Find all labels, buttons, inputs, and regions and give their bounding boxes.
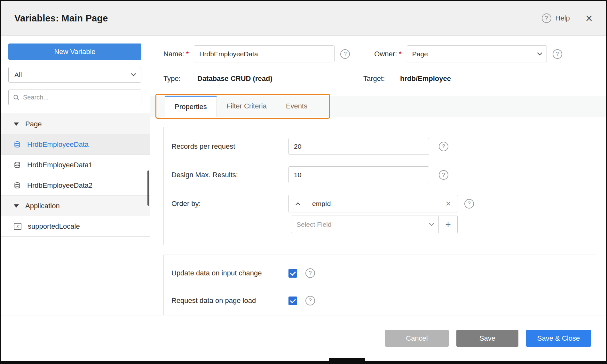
properties-content: Records per request Design Max. Results:…	[150, 117, 606, 315]
background-app-edge	[329, 358, 365, 364]
tree-item-hrdbemployeedata[interactable]: HrdbEmployeeData	[1, 134, 150, 155]
new-variable-button[interactable]: New Variable	[8, 44, 141, 60]
type-label: Type:	[163, 75, 197, 83]
tree-section-page[interactable]: Page	[1, 114, 150, 134]
chevron-down-icon	[131, 71, 136, 76]
update-on-input-change-label: Update data on input change	[171, 269, 288, 277]
records-per-request-input[interactable]	[288, 138, 429, 155]
records-per-request-row: Records per request	[171, 138, 596, 155]
chevron-down-icon	[537, 51, 542, 56]
save-and-close-button[interactable]: Save & Close	[526, 330, 591, 347]
sort-direction-button[interactable]	[288, 195, 307, 212]
database-icon	[14, 162, 21, 169]
tree-item-label: HrdbEmployeeData2	[27, 181, 92, 190]
tree-section-application[interactable]: Application	[1, 196, 150, 216]
required-marker: *	[399, 50, 402, 58]
name-label: Name:*	[163, 50, 189, 58]
add-order-field-button[interactable]	[438, 216, 458, 233]
request-on-page-load-help-icon[interactable]	[305, 296, 315, 305]
tab-filter-criteria[interactable]: Filter Criteria	[217, 96, 276, 117]
tree-section-label: Page	[25, 120, 42, 128]
database-icon	[14, 182, 21, 189]
tree-section-label: Application	[25, 202, 60, 210]
add-order-field-row: Select Field	[291, 216, 458, 233]
update-on-input-change-checkbox[interactable]	[288, 269, 297, 278]
cancel-button[interactable]: Cancel	[385, 330, 449, 347]
records-help-icon[interactable]	[439, 142, 448, 151]
target-value: hrdb/Employee	[400, 75, 451, 83]
tree-item-hrdbemployeedata1[interactable]: HrdbEmployeeData1	[1, 155, 150, 175]
tab-events[interactable]: Events	[276, 96, 317, 117]
request-on-page-load-checkbox[interactable]	[288, 297, 297, 305]
owner-label: Owner:*	[374, 50, 401, 58]
dialog-footer: Cancel Save Save & Close	[1, 315, 606, 361]
help-icon[interactable]	[542, 13, 551, 23]
tab-properties[interactable]: Properties	[165, 96, 217, 117]
type-value: Database CRUD (read)	[197, 75, 272, 83]
search-box	[8, 90, 141, 105]
name-input[interactable]	[194, 45, 335, 62]
type-target-row: Type: Database CRUD (read) Target: hrdb/…	[163, 75, 592, 83]
order-by-field-input[interactable]	[307, 195, 439, 212]
tab-strip: Properties Filter Criteria Events	[150, 96, 606, 117]
close-icon[interactable]	[586, 12, 593, 24]
tree-item-label: HrdbEmployeeData	[27, 140, 89, 149]
owner-help-icon[interactable]	[553, 49, 562, 59]
main-panel: Name:* Owner:* Page	[150, 36, 606, 315]
search-input[interactable]	[23, 94, 137, 101]
chevron-down-icon	[429, 221, 434, 226]
variable-tree: Page HrdbEmployeeData	[1, 114, 150, 315]
tree-item-hrdbemployeedata2[interactable]: HrdbEmployeeData2	[1, 175, 150, 196]
screen: Variables: Main Page Help New Variable A…	[0, 0, 607, 364]
name-owner-row: Name:* Owner:* Page	[163, 45, 592, 62]
target-group: Target: hrdb/Employee	[363, 75, 592, 83]
target-label: Target:	[363, 75, 400, 83]
select-field-dropdown[interactable]: Select Field	[291, 216, 439, 233]
remove-order-field-button[interactable]	[439, 195, 458, 212]
sidebar-scrollbar[interactable]	[147, 170, 149, 206]
tree-item-supportedlocale[interactable]: x supportedLocale	[1, 216, 150, 237]
request-on-page-load-row: Request data on page load	[171, 296, 596, 305]
request-on-page-load-label: Request data on page load	[171, 297, 288, 305]
variable-meta-form: Name:* Owner:* Page	[150, 36, 606, 83]
design-max-results-label: Design Max. Results:	[171, 171, 288, 179]
update-on-input-change-row: Update data on input change	[171, 268, 596, 278]
name-help-icon[interactable]	[340, 49, 350, 59]
update-on-input-change-help-icon[interactable]	[305, 268, 315, 278]
tree-item-label: HrdbEmployeeData1	[27, 161, 92, 169]
variable-x-icon: x	[14, 223, 21, 230]
dialog-header: Variables: Main Page Help	[1, 1, 606, 36]
help-link[interactable]: Help	[556, 14, 570, 22]
owner-selected-value: Page	[412, 50, 428, 58]
data-settings-panel: Records per request Design Max. Results:…	[163, 127, 596, 245]
order-by-help-icon[interactable]	[464, 199, 474, 209]
tree-item-label: supportedLocale	[28, 222, 80, 231]
header-actions: Help	[542, 12, 593, 24]
behavior-panel: Update data on input change Request data…	[163, 255, 596, 315]
design-max-help-icon[interactable]	[439, 170, 448, 180]
dialog-body: New Variable All Page	[1, 36, 606, 315]
variable-filter-value: All	[14, 71, 22, 79]
variables-dialog: Variables: Main Page Help New Variable A…	[1, 1, 606, 361]
select-field-placeholder: Select Field	[296, 221, 332, 228]
caret-down-icon	[14, 204, 19, 208]
sidebar: New Variable All Page	[1, 36, 150, 315]
owner-select[interactable]: Page	[407, 45, 547, 62]
search-icon	[13, 94, 20, 101]
variable-filter-select[interactable]: All	[8, 67, 141, 83]
owner-group: Owner:* Page	[374, 45, 562, 62]
chevron-up-icon	[295, 202, 300, 208]
order-by-row: Order by:	[171, 195, 596, 233]
records-per-request-label: Records per request	[171, 142, 288, 151]
dialog-title: Variables: Main Page	[14, 13, 108, 24]
order-by-entry	[288, 195, 458, 212]
design-max-results-row: Design Max. Results:	[171, 166, 596, 183]
caret-down-icon	[14, 123, 19, 126]
database-icon	[14, 141, 21, 148]
save-button[interactable]: Save	[456, 330, 518, 347]
design-max-results-input[interactable]	[288, 166, 429, 183]
order-by-group: Select Field	[288, 195, 458, 233]
required-marker: *	[186, 50, 189, 58]
order-by-label: Order by:	[171, 195, 288, 212]
